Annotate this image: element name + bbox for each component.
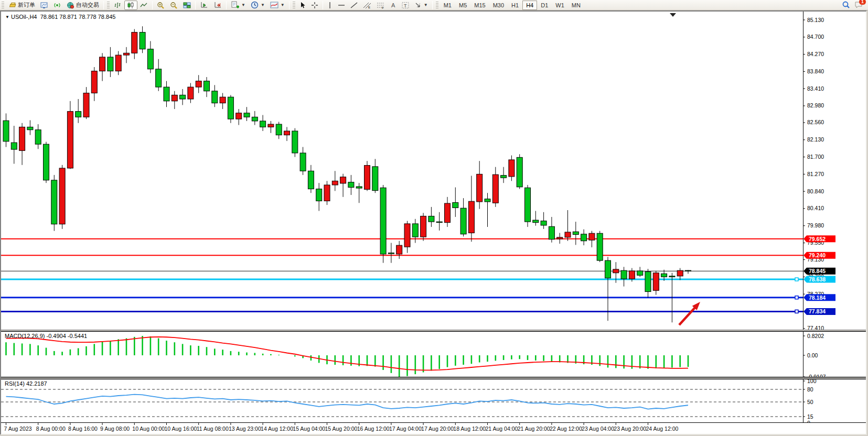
candle[interactable] xyxy=(220,97,226,103)
candle[interactable] xyxy=(100,57,105,71)
autotrade-button[interactable]: 自动交易 xyxy=(64,1,102,10)
timeframe-button-h1[interactable]: H1 xyxy=(508,1,522,10)
dropdown-arrow-icon[interactable]: ▼ xyxy=(281,3,285,7)
candle[interactable] xyxy=(501,176,507,178)
candle[interactable] xyxy=(436,222,442,223)
candle[interactable] xyxy=(67,112,73,168)
candle[interactable] xyxy=(372,167,378,191)
candle[interactable] xyxy=(156,69,162,87)
candle[interactable] xyxy=(268,124,274,127)
candle[interactable] xyxy=(669,276,675,277)
chart-window[interactable]: ▼ USOil-,H4 78.861 78.871 78.778 78.845 … xyxy=(0,10,867,435)
dropdown-arrow-icon[interactable]: ▼ xyxy=(261,3,265,7)
line-chart-button[interactable] xyxy=(137,1,151,10)
candle[interactable] xyxy=(300,153,306,171)
candle[interactable] xyxy=(83,93,89,117)
periods-button[interactable]: ▼ xyxy=(248,1,267,10)
timeframe-button-h4[interactable]: H4 xyxy=(522,1,537,10)
dropdown-arrow-icon[interactable]: ▼ xyxy=(424,3,428,7)
trendline-button[interactable] xyxy=(348,1,360,10)
candle[interactable] xyxy=(188,87,194,99)
candle[interactable] xyxy=(180,95,186,99)
candle[interactable] xyxy=(589,233,595,240)
candle[interactable] xyxy=(11,143,17,149)
dropdown-arrow-icon[interactable]: ▼ xyxy=(241,3,245,7)
candle[interactable] xyxy=(164,87,169,101)
signal-button[interactable] xyxy=(51,1,64,10)
toolbar-grip[interactable] xyxy=(436,2,438,9)
candle[interactable] xyxy=(212,91,218,103)
candle[interactable] xyxy=(468,201,474,233)
candle[interactable] xyxy=(356,187,362,188)
time-axis[interactable]: 7 Aug 20238 Aug 00:008 Aug 16:009 Aug 08… xyxy=(1,423,866,434)
chart-shift-marker-icon[interactable] xyxy=(670,13,676,17)
chart-shift-button[interactable] xyxy=(211,1,224,10)
timeframe-button-m5[interactable]: M5 xyxy=(455,1,470,10)
candle[interactable] xyxy=(613,269,619,273)
candle[interactable] xyxy=(549,226,554,239)
timeframe-button-w1[interactable]: W1 xyxy=(552,1,568,10)
candle[interactable] xyxy=(316,189,322,201)
candle[interactable] xyxy=(388,253,394,254)
bar-chart-button[interactable] xyxy=(111,1,124,10)
candle[interactable] xyxy=(19,127,25,150)
candle[interactable] xyxy=(621,270,627,279)
candle[interactable] xyxy=(541,221,546,225)
candle[interactable] xyxy=(115,55,121,71)
candle[interactable] xyxy=(485,199,490,202)
macd-pane[interactable]: 0.82020.00-0.9107 xyxy=(1,331,866,377)
candle[interactable] xyxy=(140,32,145,49)
auto-scroll-button[interactable] xyxy=(197,1,211,10)
candle[interactable] xyxy=(581,234,587,241)
candle[interactable] xyxy=(204,81,210,91)
candle[interactable] xyxy=(244,113,250,117)
timeframe-button-mn[interactable]: MN xyxy=(568,1,584,10)
toolbar-grip[interactable] xyxy=(293,2,295,9)
main-price-pane[interactable]: 85.13084.70084.27083.84083.41082.98082.5… xyxy=(1,12,866,330)
candle[interactable] xyxy=(428,216,434,222)
candle[interactable] xyxy=(147,49,153,69)
candle[interactable] xyxy=(172,95,177,101)
candle[interactable] xyxy=(637,271,643,275)
candle[interactable] xyxy=(629,271,635,279)
zoom-in-button[interactable] xyxy=(154,1,167,10)
candle[interactable] xyxy=(236,113,242,119)
candle[interactable] xyxy=(324,185,330,201)
candle[interactable] xyxy=(557,237,563,239)
candle[interactable] xyxy=(51,180,57,224)
market-watch-button[interactable] xyxy=(38,1,51,10)
candle[interactable] xyxy=(108,57,113,71)
candle[interactable] xyxy=(597,233,603,260)
cursor-button[interactable] xyxy=(297,1,308,10)
candle[interactable] xyxy=(196,81,201,87)
candle[interactable] xyxy=(421,216,426,237)
candle[interactable] xyxy=(132,32,137,53)
candle[interactable] xyxy=(397,245,402,254)
candle[interactable] xyxy=(412,224,418,237)
zoom-out-button[interactable] xyxy=(167,1,180,10)
candle[interactable] xyxy=(59,168,65,224)
arrow-annotation[interactable] xyxy=(679,306,696,325)
notifications-icon[interactable]: 1 xyxy=(854,1,863,9)
candle[interactable] xyxy=(124,53,130,55)
search-icon[interactable] xyxy=(842,1,850,10)
candle[interactable] xyxy=(76,112,81,117)
new-chart-button[interactable]: ▼ xyxy=(228,1,248,10)
shapes-button[interactable]: ▼ xyxy=(412,1,431,10)
tile-windows-button[interactable] xyxy=(180,1,194,10)
candle[interactable] xyxy=(44,144,49,180)
crosshair-button[interactable] xyxy=(308,1,321,10)
candle[interactable] xyxy=(308,171,314,189)
candle[interactable] xyxy=(677,270,683,276)
candle[interactable] xyxy=(91,71,97,93)
candle[interactable] xyxy=(477,174,483,202)
candle[interactable] xyxy=(380,188,386,254)
candle[interactable] xyxy=(565,232,571,237)
line-handle[interactable] xyxy=(795,278,798,281)
candle[interactable] xyxy=(492,175,498,203)
line-handle[interactable] xyxy=(795,310,798,313)
candle[interactable] xyxy=(509,160,515,177)
timeframe-button-m30[interactable]: M30 xyxy=(489,1,508,10)
text-button[interactable]: A xyxy=(388,1,399,10)
vertical-line-button[interactable] xyxy=(325,1,335,10)
